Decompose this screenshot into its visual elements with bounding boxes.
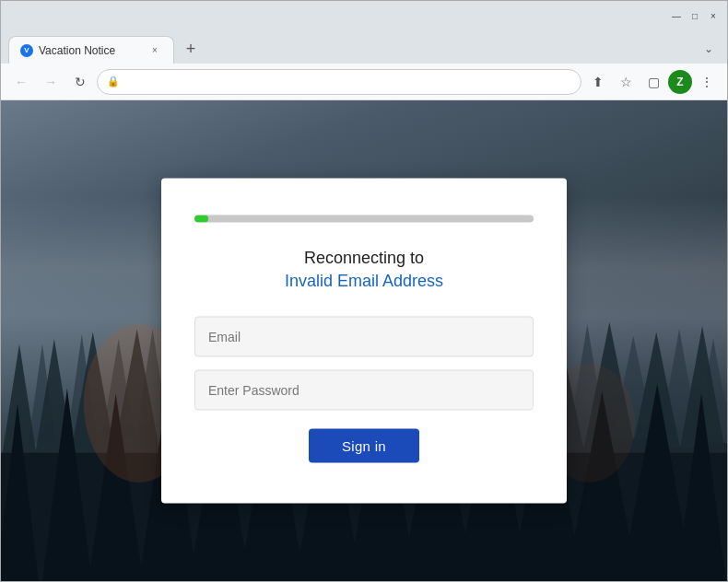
viewport: PHISH Reconnecting to Invalid Email Addr… — [1, 100, 727, 581]
lock-icon: 🔒 — [107, 76, 120, 87]
split-view-button[interactable]: ▢ — [640, 69, 666, 95]
back-button[interactable]: ← — [8, 69, 34, 95]
tab-close-button[interactable]: × — [147, 43, 162, 58]
window-controls: — □ × — [670, 9, 720, 22]
nav-bar: ← → ↻ 🔒 ⬆ ☆ ▢ Z ⋮ — [1, 64, 727, 100]
tab-title: Vacation Notice — [39, 44, 142, 57]
address-bar[interactable]: 🔒 — [97, 69, 581, 95]
email-input[interactable] — [194, 317, 534, 357]
tab-list-button[interactable]: ⌄ — [698, 38, 720, 60]
progress-bar-container — [194, 215, 534, 223]
progress-bar-fill — [194, 215, 208, 223]
browser-frame: — □ × V Vacation Notice × + ⌄ ← → ↻ 🔒 — [0, 0, 728, 582]
tab-overflow-buttons: ⌄ — [698, 38, 720, 60]
maximize-button[interactable]: □ — [688, 9, 701, 22]
new-tab-button[interactable]: + — [178, 36, 204, 62]
password-input[interactable] — [194, 370, 534, 411]
email-form-group — [194, 317, 534, 357]
login-card: Reconnecting to Invalid Email Address Si… — [161, 179, 567, 504]
tab-favicon: V — [20, 44, 33, 57]
menu-button[interactable]: ⋮ — [694, 69, 720, 95]
invalid-email-text: Invalid Email Address — [194, 272, 534, 291]
bookmark-button[interactable]: ☆ — [613, 69, 639, 95]
minimize-button[interactable]: — — [670, 9, 683, 22]
reconnecting-text: Reconnecting to — [194, 249, 534, 268]
profile-button[interactable]: Z — [668, 70, 692, 94]
close-button[interactable]: × — [707, 9, 720, 22]
tabs-bar: V Vacation Notice × + ⌄ — [1, 30, 727, 64]
password-form-group — [194, 370, 534, 411]
sign-in-button[interactable]: Sign in — [309, 429, 419, 463]
reload-button[interactable]: ↻ — [67, 69, 93, 95]
title-bar: — □ × — [1, 1, 727, 30]
nav-right-buttons: ⬆ ☆ ▢ Z ⋮ — [585, 69, 720, 95]
forward-button[interactable]: → — [38, 69, 64, 95]
share-button[interactable]: ⬆ — [585, 69, 611, 95]
active-tab[interactable]: V Vacation Notice × — [8, 36, 174, 64]
